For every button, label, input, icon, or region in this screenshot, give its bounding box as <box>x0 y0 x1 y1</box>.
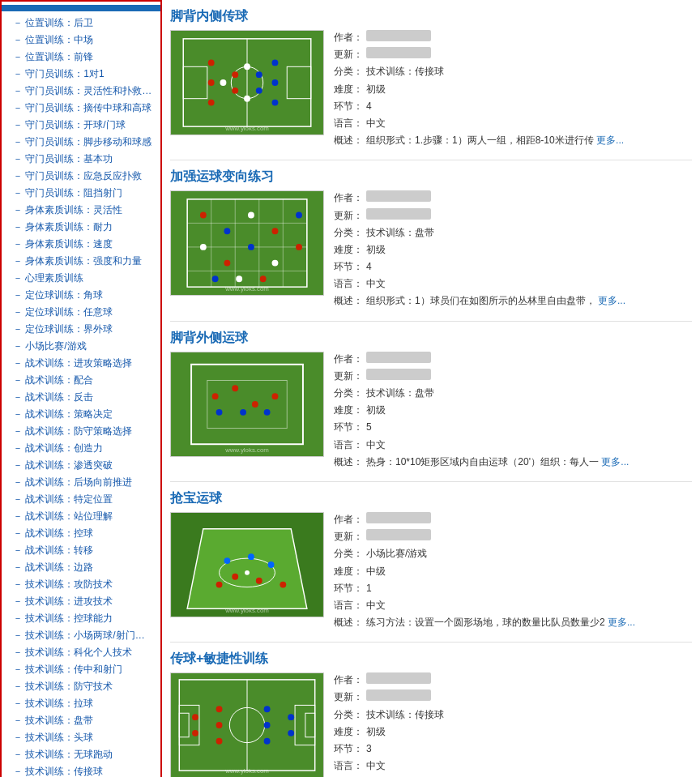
sidebar-title <box>2 5 160 11</box>
more-link-0[interactable]: 更多... <box>596 134 624 146</box>
sidebar-item-19[interactable]: 小场比赛/游戏 <box>2 338 160 355</box>
sidebar-item-2[interactable]: 位置训练：前锋 <box>2 49 160 66</box>
sidebar-item-31[interactable]: 战术训练：转移 <box>2 542 160 559</box>
svg-point-6 <box>208 59 215 66</box>
difficulty-label-3: 难度： <box>334 564 366 579</box>
svg-point-60 <box>245 570 250 575</box>
svg-point-38 <box>224 260 230 267</box>
category-label-3: 分类： <box>334 546 366 561</box>
sidebar-item-40[interactable]: 技术训练：拉球 <box>2 695 160 712</box>
sidebar-item-11[interactable]: 身体素质训练：灵活性 <box>2 202 160 219</box>
svg-point-77 <box>192 714 198 720</box>
drill-title-2[interactable]: 脚背外侧运球 <box>170 330 692 347</box>
language-row-1: 语言： 中文 <box>334 276 692 292</box>
sidebar-item-34[interactable]: 技术训练：进攻技术 <box>2 593 160 610</box>
sidebar-item-39[interactable]: 技术训练：防守技术 <box>2 678 160 695</box>
sidebar-item-32[interactable]: 战术训练：边路 <box>2 559 160 576</box>
sidebar-item-26[interactable]: 战术训练：渗透突破 <box>2 457 160 474</box>
language-label-0: 语言： <box>334 116 366 131</box>
sidebar-item-15[interactable]: 心理素质训练 <box>2 270 160 287</box>
drill-content-1: www.yloks.com 作者： 更新： 分类： 技术训练：盘带 <box>170 190 692 310</box>
sidebar-item-44[interactable]: 技术训练：传接球 <box>2 763 160 777</box>
sidebar: 位置训练：后卫位置训练：中场位置训练：前锋守门员训练：1对1守门员训练：灵活性和… <box>0 0 162 777</box>
sidebar-item-1[interactable]: 位置训练：中场 <box>2 32 160 49</box>
category-value-2: 技术训练：盘带 <box>366 386 434 401</box>
category-value-1: 技术训练：盘带 <box>366 225 434 241</box>
sidebar-item-3[interactable]: 守门员训练：1对1 <box>2 66 160 83</box>
category-value-0: 技术训练：传接球 <box>366 64 444 79</box>
sidebar-item-24[interactable]: 战术训练：防守策略选择 <box>2 423 160 440</box>
sidebar-item-43[interactable]: 技术训练：无球跑动 <box>2 746 160 763</box>
sidebar-item-33[interactable]: 技术训练：攻防技术 <box>2 576 160 593</box>
sidebar-item-10[interactable]: 守门员训练：阻挡射门 <box>2 185 160 202</box>
drill-full-0: 脚背内侧传球 www.yloks.com 作者： 更新： 分类： 技术训练：传接… <box>170 8 692 150</box>
sidebar-item-36[interactable]: 技术训练：小场两球/射门练习 <box>2 627 160 644</box>
more-link-1[interactable]: 更多... <box>598 295 625 306</box>
sidebar-item-38[interactable]: 技术训练：传中和射门 <box>2 661 160 678</box>
update-label-2: 更新： <box>334 369 366 384</box>
more-link-3[interactable]: 更多... <box>608 617 635 628</box>
sidebar-item-25[interactable]: 战术训练：创造力 <box>2 440 160 457</box>
category-row-1: 分类： 技术训练：盘带 <box>334 225 692 241</box>
sidebar-item-28[interactable]: 战术训练：特定位置 <box>2 491 160 508</box>
language-row-2: 语言： 中文 <box>334 438 692 453</box>
section-row-1: 环节： 4 <box>334 259 692 275</box>
svg-point-64 <box>280 582 286 588</box>
more-link-2[interactable]: 更多... <box>601 456 629 467</box>
category-row-3: 分类： 小场比赛/游戏 <box>334 546 692 561</box>
sidebar-item-37[interactable]: 技术训练：科化个人技术 <box>2 644 160 661</box>
difficulty-row-0: 难度： 初级 <box>334 82 692 97</box>
sidebar-item-8[interactable]: 守门员训练：基本功 <box>2 151 160 168</box>
svg-point-10 <box>232 88 238 94</box>
svg-point-55 <box>264 409 271 416</box>
sidebar-item-20[interactable]: 战术训练：进攻策略选择 <box>2 355 160 372</box>
svg-point-15 <box>256 88 262 94</box>
sidebar-item-14[interactable]: 身体素质训练：强度和力量 <box>2 253 160 270</box>
svg-point-32 <box>200 212 207 219</box>
drill-info-1: 作者： 更新： 分类： 技术训练：盘带 难度： 初级 <box>334 190 692 310</box>
desc-label-0: 概述： <box>334 133 366 148</box>
sidebar-item-23[interactable]: 战术训练：策略决定 <box>2 406 160 423</box>
drill-title-0[interactable]: 脚背内侧传球 <box>170 8 692 25</box>
drill-title-3[interactable]: 抢宝运球 <box>170 490 692 507</box>
sidebar-item-21[interactable]: 战术训练：配合 <box>2 372 160 389</box>
sidebar-item-41[interactable]: 技术训练：盘带 <box>2 712 160 729</box>
sidebar-item-27[interactable]: 战术训练：后场向前推进 <box>2 474 160 491</box>
svg-text:www.yloks.com: www.yloks.com <box>224 767 269 775</box>
svg-point-65 <box>224 557 230 564</box>
section-label-4: 环节： <box>334 741 366 757</box>
sidebar-item-7[interactable]: 守门员训练：脚步移动和球感 <box>2 134 160 151</box>
sidebar-item-35[interactable]: 技术训练：控球能力 <box>2 610 160 627</box>
sidebar-item-13[interactable]: 身体素质训练：速度 <box>2 236 160 253</box>
author-value-4 <box>366 672 431 684</box>
sidebar-item-0[interactable]: 位置训练：后卫 <box>2 15 160 32</box>
drill-content-2: www.yloks.com 作者： 更新： 分类： 技术训练：盘带 <box>170 352 692 472</box>
author-value-2 <box>366 352 431 363</box>
drill-info-0: 作者： 更新： 分类： 技术训练：传接球 难度： 初级 <box>334 30 692 150</box>
sidebar-item-29[interactable]: 战术训练：站位理解 <box>2 508 160 525</box>
sidebar-item-12[interactable]: 身体素质训练：耐力 <box>2 219 160 236</box>
sidebar-item-16[interactable]: 定位球训练：角球 <box>2 287 160 304</box>
sidebar-item-9[interactable]: 守门员训练：应急反应扑救 <box>2 168 160 185</box>
drill-title-1[interactable]: 加强运球变向练习 <box>170 169 692 186</box>
sidebar-item-22[interactable]: 战术训练：反击 <box>2 389 160 406</box>
sidebar-item-4[interactable]: 守门员训练：灵活性和扑救技术 <box>2 83 160 100</box>
drill-title-4[interactable]: 传球+敏捷性训练 <box>170 651 692 668</box>
category-value-4: 技术训练：传接球 <box>366 707 444 723</box>
author-label-1: 作者： <box>334 190 366 206</box>
svg-point-42 <box>212 276 219 283</box>
svg-point-85 <box>288 714 294 720</box>
sidebar-item-6[interactable]: 守门员训练：开球/门球 <box>2 117 160 134</box>
sidebar-item-42[interactable]: 技术训练：头球 <box>2 729 160 746</box>
drill-image-2: www.yloks.com <box>170 352 324 457</box>
category-row-0: 分类： 技术训练：传接球 <box>334 64 692 79</box>
update-row-1: 更新： <box>334 208 692 224</box>
sidebar-item-17[interactable]: 定位球训练：任意球 <box>2 304 160 321</box>
update-value-1 <box>366 208 431 220</box>
svg-point-53 <box>216 409 223 416</box>
sidebar-item-18[interactable]: 定位球训练：界外球 <box>2 321 160 338</box>
sidebar-item-30[interactable]: 战术训练：控球 <box>2 525 160 542</box>
category-label-4: 分类： <box>334 707 366 723</box>
desc-row-0: 概述： 组织形式：1.步骤：1）两人一组，相距8-10米进行传 更多... <box>334 133 692 148</box>
sidebar-item-5[interactable]: 守门员训练：摘传中球和高球 <box>2 100 160 117</box>
